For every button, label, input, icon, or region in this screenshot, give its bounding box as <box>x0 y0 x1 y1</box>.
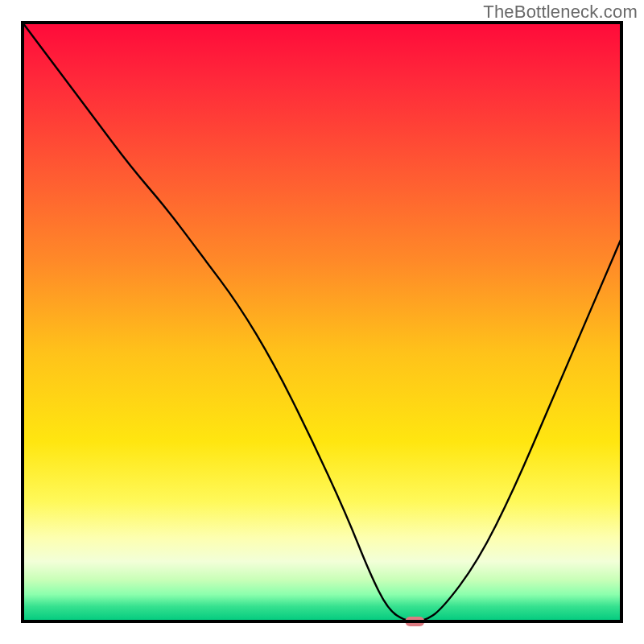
gradient-fill <box>23 23 621 621</box>
chart-stage: TheBottleneck.com <box>0 0 644 644</box>
chart-svg <box>0 0 644 644</box>
plot-area <box>23 23 621 626</box>
watermark-label: TheBottleneck.com <box>483 2 638 23</box>
